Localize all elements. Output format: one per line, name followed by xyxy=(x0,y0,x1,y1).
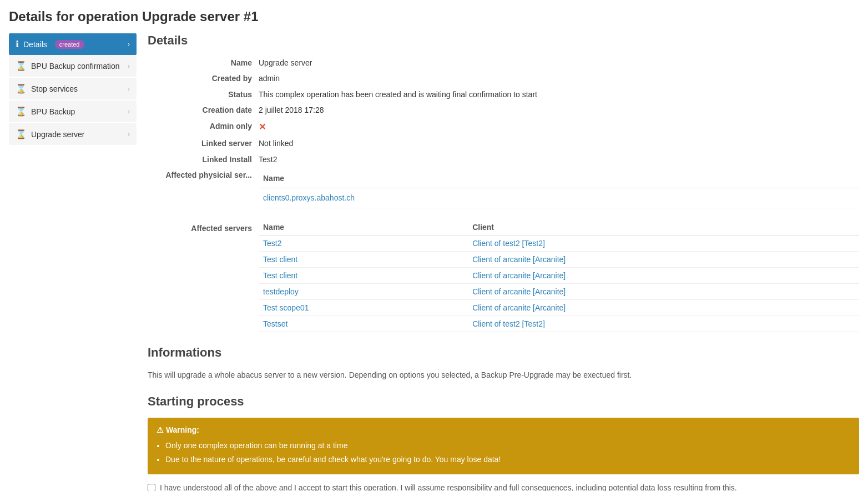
physical-name-col-header: Name xyxy=(259,169,859,188)
sidebar-item-bpu-backup-confirmation[interactable]: ⌛ BPU Backup confirmation › xyxy=(9,55,137,77)
affected-servers-name-col: Name xyxy=(259,219,468,236)
page-title: Details for operation Upgrade server #1 xyxy=(9,9,859,24)
server-name-link[interactable]: testdeploy xyxy=(263,287,299,296)
page: Details for operation Upgrade server #1 … xyxy=(0,0,868,491)
info-icon: ℹ xyxy=(16,39,19,49)
server-client-link[interactable]: Client of arcanite [Arcanite] xyxy=(472,287,566,296)
sidebar: ℹ Details created › ⌛ BPU Backup confirm… xyxy=(9,33,137,491)
sidebar-item-details[interactable]: ℹ Details created › xyxy=(9,33,137,55)
x-mark-icon: ✕ xyxy=(259,122,266,132)
created-badge: created xyxy=(55,40,84,49)
admin-only-label: Admin only xyxy=(148,120,259,134)
chevron-right-icon: › xyxy=(128,41,130,48)
table-row: Test2Client of test2 [Test2] xyxy=(259,235,859,251)
chevron-right-icon-4: › xyxy=(128,108,130,116)
server-name-link[interactable]: Test2 xyxy=(263,239,281,248)
details-section-title: Details xyxy=(148,33,859,48)
affected-physical-table-container: Name clients0.proxys.abahost.ch xyxy=(259,169,859,208)
server-name-cell: Testset xyxy=(259,315,468,332)
server-client-link[interactable]: Client of test2 [Test2] xyxy=(472,239,545,248)
table-row: Test clientClient of arcanite [Arcanite] xyxy=(259,251,859,267)
warning-title: ⚠ Warning: xyxy=(157,425,850,434)
warning-box: ⚠ Warning: Only one complex operation ca… xyxy=(148,418,859,474)
affected-physical-label: Affected physicial ser... xyxy=(148,169,259,208)
server-client-link[interactable]: Client of arcanite [Arcanite] xyxy=(472,271,566,280)
server-name-link[interactable]: Test client xyxy=(263,255,297,264)
server-name-link[interactable]: Testset xyxy=(263,319,287,328)
name-label: Name xyxy=(148,57,259,69)
server-name-cell: Test2 xyxy=(259,235,468,251)
hourglass-icon-3: ⌛ xyxy=(16,106,27,117)
admin-only-value: ✕ xyxy=(259,120,859,134)
table-row: clients0.proxys.abahost.ch xyxy=(259,188,859,208)
linked-install-label: Linked Install xyxy=(148,153,259,166)
chevron-right-icon-5: › xyxy=(128,131,130,138)
informations-text: This will upgrade a whole abacus server … xyxy=(148,369,859,381)
created-by-value: admin xyxy=(259,72,859,84)
server-name-link[interactable]: Test scope01 xyxy=(263,303,309,312)
sidebar-item-bpu-label: BPU Backup confirmation xyxy=(31,62,120,71)
affected-servers-header-row: Name Client xyxy=(259,219,859,236)
status-label: Status xyxy=(148,88,259,101)
sidebar-item-stop-left: ⌛ Stop services xyxy=(16,83,78,94)
sidebar-item-details-left: ℹ Details created xyxy=(16,39,84,49)
server-client-link[interactable]: Client of arcanite [Arcanite] xyxy=(472,303,566,312)
warning-item: Due to the nature of operations, be care… xyxy=(165,453,850,467)
linked-server-value: Not linked xyxy=(259,137,859,149)
details-grid: Name Upgrade server Created by admin Sta… xyxy=(148,57,859,208)
chevron-right-icon-3: › xyxy=(128,85,130,93)
main-content: Details Name Upgrade server Created by a… xyxy=(148,33,859,491)
affected-servers-table-container: Name Client Test2Client of test2 [Test2]… xyxy=(259,219,859,332)
informations-title: Informations xyxy=(148,345,859,360)
server-name-cell: Test scope01 xyxy=(259,299,468,315)
sidebar-item-details-label: Details xyxy=(23,40,47,49)
accept-checkbox[interactable] xyxy=(148,484,155,491)
sidebar-item-stop-services[interactable]: ⌛ Stop services › xyxy=(9,78,137,99)
server-client-cell: Client of arcanite [Arcanite] xyxy=(468,299,859,315)
sidebar-item-upgrade-server[interactable]: ⌛ Upgrade server › xyxy=(9,123,137,145)
server-name-cell: Test client xyxy=(259,267,468,283)
warning-list: Only one complex operation can be runnin… xyxy=(157,439,850,467)
affected-servers-client-col: Client xyxy=(468,219,859,236)
server-client-cell: Client of arcanite [Arcanite] xyxy=(468,267,859,283)
table-row: testdeployClient of arcanite [Arcanite] xyxy=(259,283,859,299)
physical-server-name: clients0.proxys.abahost.ch xyxy=(259,188,859,208)
hourglass-icon-4: ⌛ xyxy=(16,129,27,139)
linked-server-label: Linked server xyxy=(148,137,259,149)
server-client-cell: Client of arcanite [Arcanite] xyxy=(468,283,859,299)
table-row: Test clientClient of arcanite [Arcanite] xyxy=(259,267,859,283)
chevron-right-icon-2: › xyxy=(128,62,130,70)
affected-servers-section: Affected servers Name Client Test2Client… xyxy=(148,219,859,332)
sidebar-item-upgrade-label: Upgrade server xyxy=(31,130,85,139)
table-row: TestsetClient of test2 [Test2] xyxy=(259,315,859,332)
server-client-link[interactable]: Client of arcanite [Arcanite] xyxy=(472,255,566,264)
sidebar-item-bpu-left: ⌛ BPU Backup confirmation xyxy=(16,61,120,71)
content-area: ℹ Details created › ⌛ BPU Backup confirm… xyxy=(9,33,859,491)
server-client-link[interactable]: Client of test2 [Test2] xyxy=(472,319,545,328)
hourglass-icon-1: ⌛ xyxy=(16,61,27,71)
hourglass-icon-2: ⌛ xyxy=(16,83,27,94)
accept-row: I have understood all of the above and I… xyxy=(148,483,859,491)
sidebar-item-stop-label: Stop services xyxy=(31,84,78,93)
affected-servers-label: Affected servers xyxy=(148,219,259,332)
linked-install-value: Test2 xyxy=(259,153,859,166)
server-client-cell: Client of arcanite [Arcanite] xyxy=(468,251,859,267)
physical-server-link[interactable]: clients0.proxys.abahost.ch xyxy=(263,193,355,202)
status-value: This complex operation has been created … xyxy=(259,88,859,101)
server-name-link[interactable]: Test client xyxy=(263,271,297,280)
sidebar-item-bpu-backup[interactable]: ⌛ BPU Backup › xyxy=(9,101,137,122)
sidebar-item-upgrade-left: ⌛ Upgrade server xyxy=(16,129,85,139)
informations-section: Informations This will upgrade a whole a… xyxy=(148,345,859,381)
server-name-cell: Test client xyxy=(259,251,468,267)
table-row: Test scope01Client of arcanite [Arcanite… xyxy=(259,299,859,315)
creation-date-value: 2 juillet 2018 17:28 xyxy=(259,104,859,116)
creation-date-label: Creation date xyxy=(148,104,259,116)
server-client-cell: Client of test2 [Test2] xyxy=(468,235,859,251)
sidebar-item-bpubackup-left: ⌛ BPU Backup xyxy=(16,106,75,117)
linked-install-link[interactable]: Test2 xyxy=(259,155,277,164)
starting-process-section: Starting process ⚠ Warning: Only one com… xyxy=(148,394,859,491)
affected-servers-tbody: Test2Client of test2 [Test2]Test clientC… xyxy=(259,235,859,332)
name-value: Upgrade server xyxy=(259,57,859,69)
affected-physical-table: Name clients0.proxys.abahost.ch xyxy=(259,169,859,208)
server-name-cell: testdeploy xyxy=(259,283,468,299)
